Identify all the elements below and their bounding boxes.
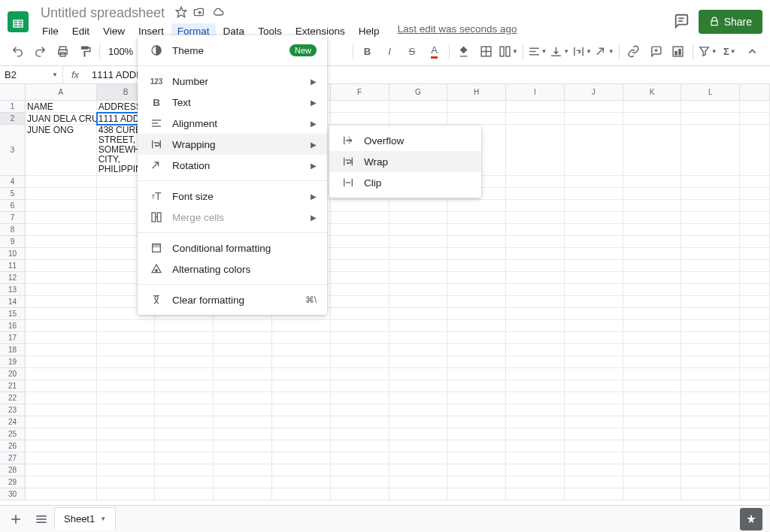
cell[interactable] bbox=[623, 260, 682, 272]
cell[interactable] bbox=[155, 368, 214, 380]
cell[interactable] bbox=[26, 200, 97, 212]
cell[interactable] bbox=[623, 248, 682, 260]
cell[interactable] bbox=[681, 284, 740, 296]
cell[interactable] bbox=[506, 272, 565, 284]
row-header[interactable]: 1 bbox=[0, 101, 26, 113]
cell[interactable] bbox=[740, 296, 770, 308]
cell[interactable] bbox=[565, 308, 623, 320]
row-header[interactable]: 3 bbox=[0, 125, 26, 176]
cell[interactable] bbox=[740, 356, 770, 368]
cell[interactable] bbox=[740, 113, 770, 125]
cell[interactable] bbox=[390, 380, 448, 392]
row-header[interactable]: 2 bbox=[0, 113, 26, 125]
row-header[interactable]: 26 bbox=[0, 440, 26, 452]
col-header[interactable] bbox=[740, 84, 770, 101]
cell[interactable] bbox=[681, 452, 740, 464]
cell[interactable] bbox=[447, 236, 506, 248]
cell[interactable] bbox=[331, 332, 390, 344]
col-header[interactable]: F bbox=[331, 84, 390, 101]
cell[interactable] bbox=[331, 428, 390, 440]
cell[interactable] bbox=[447, 428, 506, 440]
row-header[interactable]: 12 bbox=[0, 272, 26, 284]
row-header[interactable]: 11 bbox=[0, 260, 26, 272]
cell[interactable] bbox=[331, 392, 390, 404]
cell[interactable] bbox=[97, 452, 156, 464]
cell[interactable] bbox=[565, 200, 623, 212]
cell[interactable] bbox=[565, 212, 623, 224]
cell[interactable] bbox=[623, 404, 682, 416]
cell[interactable] bbox=[623, 488, 682, 500]
cell[interactable] bbox=[565, 452, 623, 464]
cell[interactable] bbox=[506, 464, 565, 476]
cell[interactable] bbox=[272, 428, 331, 440]
row-header[interactable]: 19 bbox=[0, 356, 26, 368]
cell[interactable] bbox=[272, 488, 331, 500]
cell[interactable] bbox=[272, 380, 331, 392]
cell[interactable] bbox=[214, 464, 272, 476]
cell[interactable] bbox=[623, 356, 682, 368]
cell[interactable] bbox=[447, 320, 506, 332]
cell[interactable] bbox=[506, 440, 565, 452]
cell[interactable] bbox=[272, 464, 331, 476]
cell[interactable] bbox=[447, 404, 506, 416]
cell[interactable] bbox=[623, 113, 682, 125]
cell[interactable] bbox=[506, 188, 565, 200]
cell[interactable] bbox=[740, 452, 770, 464]
cell[interactable] bbox=[623, 476, 682, 488]
cell[interactable]: NAME bbox=[26, 101, 97, 113]
cell[interactable] bbox=[623, 224, 682, 236]
cell[interactable] bbox=[447, 113, 506, 125]
cell[interactable] bbox=[331, 284, 390, 296]
cell[interactable] bbox=[506, 476, 565, 488]
borders-button[interactable] bbox=[475, 41, 496, 62]
cell[interactable] bbox=[681, 476, 740, 488]
cloud-icon[interactable] bbox=[211, 6, 225, 20]
row-header[interactable]: 29 bbox=[0, 476, 26, 488]
cell[interactable] bbox=[565, 428, 623, 440]
cell[interactable] bbox=[447, 416, 506, 428]
cell[interactable] bbox=[565, 404, 623, 416]
cell[interactable] bbox=[447, 248, 506, 260]
menu-conditional-formatting[interactable]: Conditional formatting bbox=[138, 237, 327, 258]
cell[interactable] bbox=[390, 428, 448, 440]
cell[interactable] bbox=[97, 320, 156, 332]
cell[interactable] bbox=[506, 212, 565, 224]
cell[interactable] bbox=[331, 320, 390, 332]
cell[interactable] bbox=[681, 464, 740, 476]
row-header[interactable]: 10 bbox=[0, 248, 26, 260]
cell[interactable] bbox=[506, 428, 565, 440]
cell[interactable] bbox=[155, 332, 214, 344]
cell[interactable] bbox=[740, 188, 770, 200]
cell[interactable] bbox=[26, 176, 97, 188]
cell[interactable] bbox=[565, 284, 623, 296]
cell[interactable] bbox=[740, 308, 770, 320]
v-align-button[interactable]: ▼ bbox=[549, 41, 570, 62]
cell[interactable] bbox=[447, 260, 506, 272]
cell[interactable] bbox=[390, 200, 448, 212]
cell[interactable] bbox=[623, 125, 682, 176]
cell[interactable] bbox=[97, 356, 156, 368]
cell[interactable] bbox=[506, 404, 565, 416]
cell[interactable] bbox=[214, 380, 272, 392]
cell[interactable] bbox=[447, 296, 506, 308]
functions-button[interactable]: Σ▼ bbox=[720, 41, 741, 62]
filter-button[interactable]: ▼ bbox=[697, 41, 718, 62]
cell[interactable] bbox=[331, 356, 390, 368]
cell[interactable] bbox=[331, 404, 390, 416]
cell[interactable] bbox=[272, 344, 331, 356]
cell[interactable] bbox=[390, 332, 448, 344]
cell[interactable] bbox=[565, 272, 623, 284]
cell[interactable] bbox=[565, 248, 623, 260]
cell[interactable] bbox=[155, 416, 214, 428]
cell[interactable] bbox=[272, 368, 331, 380]
cell[interactable] bbox=[214, 488, 272, 500]
cell[interactable] bbox=[740, 284, 770, 296]
cell[interactable] bbox=[681, 113, 740, 125]
col-header[interactable]: I bbox=[506, 84, 565, 101]
cell[interactable] bbox=[740, 236, 770, 248]
cell[interactable] bbox=[681, 101, 740, 113]
cell[interactable] bbox=[740, 392, 770, 404]
cell[interactable] bbox=[97, 380, 156, 392]
cell[interactable] bbox=[565, 464, 623, 476]
cell[interactable] bbox=[681, 320, 740, 332]
